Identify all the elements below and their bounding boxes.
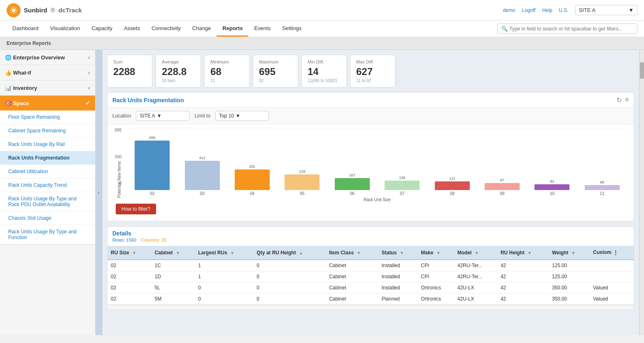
- sunbird-logo-icon: [7, 3, 21, 17]
- locale-link[interactable]: U.S.: [559, 7, 568, 13]
- table-cell: 42: [497, 271, 549, 282]
- sidebar-item-rack-units-capacity-trend[interactable]: Rack Units Capacity Trend: [0, 179, 95, 192]
- search-input[interactable]: [509, 26, 634, 32]
- col-ru-height[interactable]: RU Height ▼: [497, 246, 549, 260]
- sidebar: 🌐 Enterprise Overview ‹ 👍 What-if ‹ 📊 In…: [0, 50, 96, 335]
- nav-item-dashboard[interactable]: Dashboard: [7, 21, 44, 37]
- bar-xlabel-10: 10: [550, 191, 554, 196]
- table-cell: 0: [253, 282, 326, 294]
- breadcrumb: Enterprise Reports: [0, 37, 644, 50]
- bar-group-05: 21805: [277, 136, 327, 196]
- col-item-class[interactable]: Item Class ▼: [326, 246, 378, 260]
- site-selector-chevron: ▼: [628, 7, 634, 13]
- bar-03: [185, 161, 220, 190]
- sidebar-item-rack-units-usage-by-function[interactable]: Rack Units Usage By Type and Function: [0, 225, 95, 244]
- bar-value-08: 121: [449, 176, 455, 181]
- bar-xlabel-02: 02: [150, 191, 154, 196]
- bar-group-02: 69502: [127, 136, 177, 196]
- sidebar-item-floor-space-remaining[interactable]: Floor Space Remaining: [0, 110, 95, 124]
- details-header: Details Rows: 1560 Columns: 20: [107, 227, 634, 246]
- table-cell: Installed: [378, 271, 418, 282]
- table-cell: 42: [497, 294, 549, 305]
- table-cell: Planned: [378, 294, 418, 305]
- bar-group-10: 8210: [527, 136, 577, 196]
- sidebar-item-rack-units-usage-by-rail[interactable]: Rack Units Usage By Rail: [0, 138, 95, 151]
- bar-09: [485, 183, 520, 190]
- topbar: Sunbird ® dcTrack demo Logoff Help U.S. …: [0, 0, 644, 21]
- target-icon: 🎯: [5, 100, 12, 106]
- nav-item-reports[interactable]: Reports: [217, 21, 248, 37]
- col-status[interactable]: Status ▼: [378, 246, 418, 260]
- sidebar-item-chassis-slot-usage[interactable]: Chassis Slot Usage: [0, 211, 95, 225]
- bar-xlabel-08: 08: [450, 191, 455, 196]
- y-axis-label: Potential New Items: [117, 155, 121, 204]
- chart-title: Rack Units Fragmentation: [112, 97, 184, 103]
- sidebar-item-rack-units-usage-by-type[interactable]: Rack Units Usage By Type and Rack PDU Ou…: [0, 192, 95, 211]
- sidebar-item-cabinet-space-remaining[interactable]: Cabinet Space Remaining: [0, 124, 95, 138]
- col-weight[interactable]: Weight ▼: [548, 246, 590, 260]
- table-cell: 1: [195, 271, 253, 282]
- col-make[interactable]: Make ▼: [418, 246, 454, 260]
- stat-minimum: Minimum 68 11: [204, 55, 250, 87]
- table-cell: [590, 260, 634, 271]
- sidebar-item-cabinet-utilization[interactable]: Cabinet Utilization: [0, 165, 95, 179]
- sidebar-header-enterprise-overview[interactable]: 🌐 Enterprise Overview ‹: [0, 50, 95, 65]
- logoff-link[interactable]: Logoff: [522, 7, 535, 13]
- nav-item-connectivity[interactable]: Connectivity: [146, 21, 187, 37]
- table-cell: 1C: [152, 260, 195, 271]
- sidebar-header-what-if[interactable]: 👍 What-if ‹: [0, 65, 95, 80]
- bar-05: [285, 174, 320, 190]
- bar-value-11: 68: [600, 180, 604, 184]
- table-cell: 0: [195, 282, 253, 294]
- menu-icon[interactable]: ≡: [625, 96, 629, 104]
- sidebar-header-inventory[interactable]: 📊 Inventory ‹: [0, 80, 95, 95]
- nav-item-change[interactable]: Change: [187, 21, 217, 37]
- sort-icon-make: ▼: [436, 251, 441, 255]
- chart-svg: [127, 128, 627, 136]
- nav-item-visualization[interactable]: Visualization: [44, 21, 86, 37]
- table-cell: 5M: [152, 294, 195, 305]
- table-cell: 0: [253, 271, 326, 282]
- col-largest-rus[interactable]: Largest RUs ▼: [195, 246, 253, 260]
- main-content: Sum 2288 Average 228.8 10 bars Minimum 6…: [102, 50, 639, 335]
- limit-filter-label: Limit to: [194, 113, 210, 119]
- nav-item-capacity[interactable]: Capacity: [86, 21, 118, 37]
- table-row: 021D10CabinetInstalledCPI42RU-Ter...4212…: [107, 271, 634, 282]
- col-cabinet[interactable]: Cabinet ▼: [152, 246, 195, 260]
- table-cell: Cabinet: [326, 294, 378, 305]
- bar-xlabel-09: 09: [500, 191, 504, 196]
- site-selector[interactable]: SITE A ▼: [575, 5, 637, 15]
- bar-value-07: 136: [399, 176, 405, 180]
- col-qty-at-ru-height[interactable]: Qty at RU Height ▲: [253, 246, 326, 260]
- refresh-icon[interactable]: ↻: [616, 96, 622, 104]
- table-cell: Cabinet: [326, 271, 378, 282]
- sort-icon-status: ▼: [400, 251, 404, 255]
- col-model[interactable]: Model ▼: [454, 246, 497, 260]
- table-row: 025M00CabinetPlannedOrtronics42U-LX42350…: [107, 294, 634, 305]
- nav-item-assets[interactable]: Assets: [118, 21, 146, 37]
- table-cell: Installed: [378, 260, 418, 271]
- sun-icon: [9, 6, 18, 15]
- table-cell: 02: [107, 260, 152, 271]
- col-ru-size[interactable]: RU Size ▼: [107, 246, 152, 260]
- demo-link[interactable]: demo: [503, 7, 515, 13]
- help-link[interactable]: Help: [542, 7, 553, 13]
- brand-name: Sunbird: [24, 7, 47, 14]
- nav-item-settings[interactable]: Settings: [276, 21, 307, 37]
- sidebar-header-space[interactable]: 🎯 Space ✓: [0, 96, 95, 110]
- sidebar-item-rack-units-fragmentation[interactable]: Rack Units Fragmentation: [0, 151, 95, 165]
- location-select[interactable]: SITE A ▼: [136, 111, 189, 121]
- col-custom[interactable]: Custom ⋮: [590, 246, 634, 260]
- stats-row: Sum 2288 Average 228.8 10 bars Minimum 6…: [107, 55, 634, 87]
- details-rows: Rows: 1560: [112, 237, 136, 242]
- nav-item-events[interactable]: Events: [248, 21, 276, 37]
- sidebar-scrollbar[interactable]: [639, 50, 644, 335]
- sidebar-section-what-if: 👍 What-if ‹: [0, 65, 95, 80]
- search-bar[interactable]: 🔍: [497, 23, 637, 34]
- table-container[interactable]: RU Size ▼ Cabinet ▼ Largest RUs ▼ Qty at…: [107, 246, 634, 305]
- limit-select[interactable]: Top 10 ▼: [215, 111, 269, 121]
- horizontal-scrollbar[interactable]: [107, 305, 634, 310]
- sidebar-collapse-button[interactable]: ‹: [96, 50, 102, 335]
- bar-04: [235, 169, 270, 190]
- how-to-filter-button[interactable]: How to filter?: [116, 204, 156, 214]
